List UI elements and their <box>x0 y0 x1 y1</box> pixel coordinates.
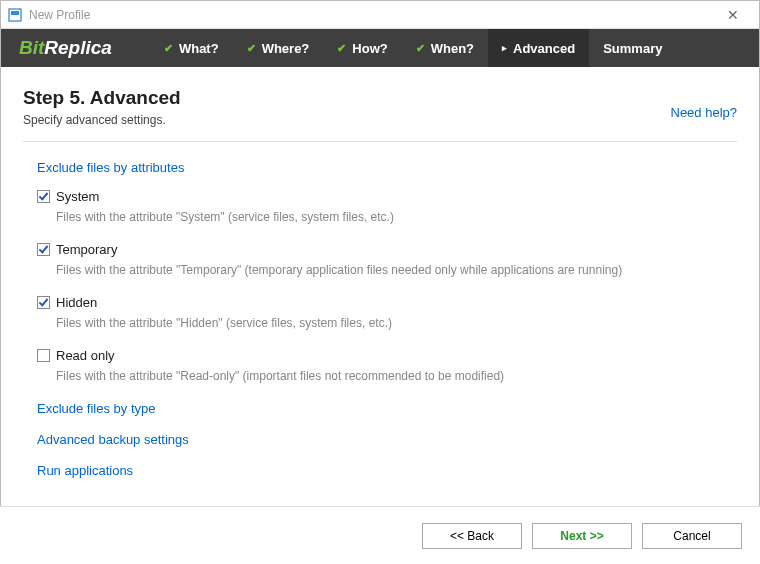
nav-label: Summary <box>603 41 662 56</box>
nav-label: How? <box>352 41 387 56</box>
option-desc: Files with the attribute "System" (servi… <box>56 210 737 224</box>
option-desc: Files with the attribute "Read-only" (im… <box>56 369 737 383</box>
option-hidden: Hidden Files with the attribute "Hidden"… <box>37 295 737 330</box>
page-subtitle: Specify advanced settings. <box>23 113 671 127</box>
titlebar: New Profile ✕ <box>1 1 759 29</box>
svg-rect-1 <box>11 11 19 15</box>
option-readonly: Read only Files with the attribute "Read… <box>37 348 737 383</box>
check-icon: ✔ <box>337 42 346 55</box>
option-label[interactable]: Hidden <box>56 295 97 310</box>
checkbox-temporary[interactable] <box>37 243 50 256</box>
section-exclude-type[interactable]: Exclude files by type <box>37 401 737 416</box>
check-icon: ✔ <box>416 42 425 55</box>
check-icon: ✔ <box>164 42 173 55</box>
logo-replica: Replica <box>44 37 112 59</box>
nav-label: Where? <box>262 41 310 56</box>
nav-advanced[interactable]: ▸ Advanced <box>488 29 589 67</box>
option-desc: Files with the attribute "Hidden" (servi… <box>56 316 737 330</box>
checkbox-system[interactable] <box>37 190 50 203</box>
checkbox-hidden[interactable] <box>37 296 50 309</box>
check-icon: ✔ <box>247 42 256 55</box>
nav-how[interactable]: ✔ How? <box>323 29 401 67</box>
cancel-button[interactable]: Cancel <box>642 523 742 549</box>
nav-items: ✔ What? ✔ Where? ✔ How? ✔ When? ▸ Advanc… <box>150 29 749 67</box>
option-label[interactable]: Temporary <box>56 242 117 257</box>
nav-summary[interactable]: Summary <box>589 29 676 67</box>
page-title: Step 5. Advanced <box>23 87 671 109</box>
section-advanced-backup[interactable]: Advanced backup settings <box>37 432 737 447</box>
settings-sections: Exclude files by attributes System Files… <box>23 142 737 478</box>
help-link[interactable]: Need help? <box>671 105 738 120</box>
arrow-icon: ▸ <box>502 43 507 53</box>
content: Step 5. Advanced Specify advanced settin… <box>1 67 759 478</box>
close-icon[interactable]: ✕ <box>713 7 753 23</box>
window-title: New Profile <box>29 8 713 22</box>
nav-label: What? <box>179 41 219 56</box>
app-icon <box>7 7 23 23</box>
nav-what[interactable]: ✔ What? <box>150 29 233 67</box>
nav-where[interactable]: ✔ Where? <box>233 29 324 67</box>
nav-label: When? <box>431 41 474 56</box>
logo: BitReplica <box>19 37 112 59</box>
section-run-apps[interactable]: Run applications <box>37 463 737 478</box>
logo-bit: Bit <box>19 37 44 59</box>
nav-label: Advanced <box>513 41 575 56</box>
next-button[interactable]: Next >> <box>532 523 632 549</box>
nav-when[interactable]: ✔ When? <box>402 29 488 67</box>
footer: << Back Next >> Cancel <box>0 506 760 564</box>
checkbox-readonly[interactable] <box>37 349 50 362</box>
step-navbar: BitReplica ✔ What? ✔ Where? ✔ How? ✔ Whe… <box>1 29 759 67</box>
option-system: System Files with the attribute "System"… <box>37 189 737 224</box>
option-label[interactable]: Read only <box>56 348 115 363</box>
back-button[interactable]: << Back <box>422 523 522 549</box>
option-temporary: Temporary Files with the attribute "Temp… <box>37 242 737 277</box>
section-exclude-attributes[interactable]: Exclude files by attributes <box>37 160 737 175</box>
option-label[interactable]: System <box>56 189 99 204</box>
option-desc: Files with the attribute "Temporary" (te… <box>56 263 737 277</box>
